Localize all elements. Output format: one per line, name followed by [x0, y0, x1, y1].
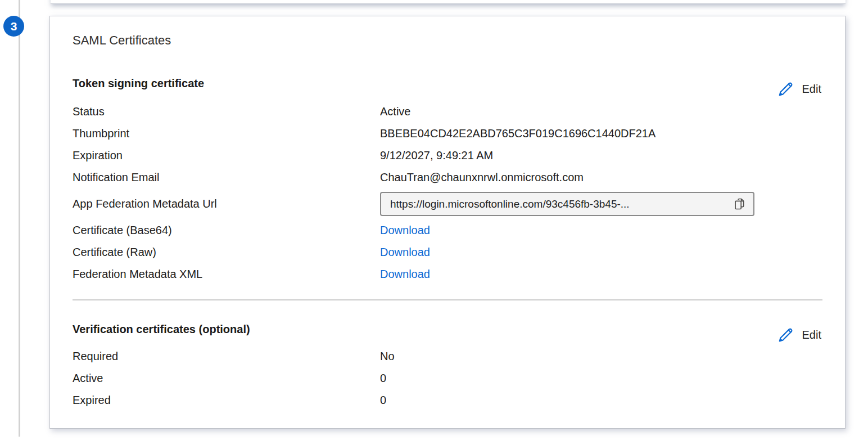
saml-certificates-card: SAML Certificates Token signing certific…: [49, 16, 846, 429]
row-label: Status: [73, 105, 380, 118]
required-row: Required No: [73, 345, 822, 367]
active-count-value: 0: [380, 372, 822, 385]
notification-email-row: Notification Email ChauTran@chaunxnrwl.o…: [73, 167, 822, 188]
token-signing-header-row: Token signing certificate Edit: [73, 76, 822, 93]
thumbprint-row: Thumbprint BBEBE04CD42E2ABD765C3F019C169…: [73, 123, 822, 145]
certificate-base64-row: Certificate (Base64) Download: [73, 219, 822, 241]
row-label: Required: [73, 350, 380, 363]
thumbprint-value: BBEBE04CD42E2ABD765C3F019C1696C1440DF21A: [380, 127, 822, 140]
download-federation-xml-link[interactable]: Download: [380, 268, 430, 280]
federation-metadata-xml-row: Federation Metadata XML Download: [73, 263, 822, 285]
row-label: Active: [73, 372, 380, 385]
expiration-value: 9/12/2027, 9:49:21 AM: [380, 149, 822, 162]
step-3-badge: 3: [3, 16, 24, 37]
status-value: Active: [380, 105, 822, 118]
verification-heading: Verification certificates (optional): [73, 322, 250, 336]
row-label: Expired: [73, 394, 380, 407]
copy-url-button[interactable]: [733, 196, 748, 212]
pencil-icon: [777, 326, 794, 343]
row-label: Notification Email: [73, 171, 380, 184]
download-base64-link[interactable]: Download: [380, 224, 430, 236]
page: 3 SAML Certificates Token signing certif…: [0, 0, 868, 440]
pencil-icon: [777, 80, 794, 97]
status-row: Status Active: [73, 101, 822, 123]
metadata-url-row: App Federation Metadata Url https://logi…: [73, 188, 822, 219]
token-signing-heading: Token signing certificate: [73, 76, 204, 91]
active-count-row: Active 0: [73, 367, 822, 389]
edit-button-label: Edit: [802, 329, 821, 342]
row-label: Expiration: [73, 149, 380, 162]
previous-card-edge: [51, 0, 846, 4]
row-label: Certificate (Base64): [73, 224, 380, 237]
card-title: SAML Certificates: [73, 33, 822, 48]
row-label: Thumbprint: [73, 127, 380, 140]
expiration-row: Expiration 9/12/2027, 9:49:21 AM: [73, 145, 822, 167]
edit-button-label: Edit: [802, 83, 821, 96]
expired-count-value: 0: [380, 394, 822, 407]
certificate-raw-row: Certificate (Raw) Download: [73, 241, 822, 263]
timeline-connector: [19, 0, 20, 437]
expired-count-row: Expired 0: [73, 389, 822, 411]
metadata-url-value: https://login.microsoftonline.com/93c456…: [390, 198, 728, 210]
metadata-url-field[interactable]: https://login.microsoftonline.com/93c456…: [380, 192, 754, 216]
edit-token-signing-button[interactable]: Edit: [776, 80, 822, 97]
verification-header-row: Verification certificates (optional) Edi…: [73, 322, 822, 339]
required-value: No: [380, 350, 822, 363]
row-label: Federation Metadata XML: [73, 268, 380, 281]
row-label: App Federation Metadata Url: [73, 197, 380, 210]
section-divider: [73, 299, 822, 300]
notification-email-value: ChauTran@chaunxnrwl.onmicrosoft.com: [380, 171, 822, 184]
download-raw-link[interactable]: Download: [380, 246, 430, 258]
copy-icon: [733, 205, 748, 213]
step-number: 3: [11, 20, 17, 33]
row-label: Certificate (Raw): [73, 246, 380, 259]
edit-verification-button[interactable]: Edit: [776, 326, 822, 343]
